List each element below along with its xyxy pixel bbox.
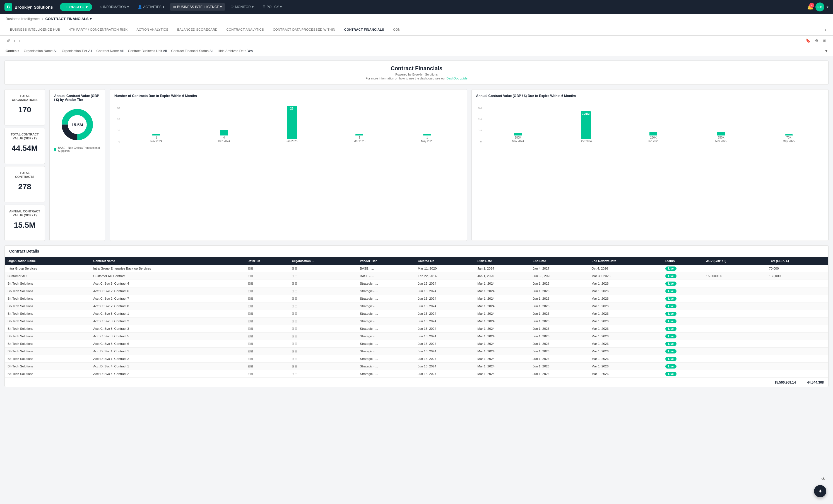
cell-start-date: Mar 1, 2024 (475, 348, 530, 355)
table-row[interactable]: Bit-Tech Solutions Acct C: Svc 2: Contra… (5, 295, 828, 302)
status-badge: Live (665, 297, 676, 301)
table-row[interactable]: Bit-Tech Solutions Acct D: Svc 4: Contra… (5, 370, 828, 378)
back-icon[interactable]: ‹ (13, 37, 17, 44)
tab-balanced-scorecard[interactable]: BALANCED SCORECARD (173, 24, 222, 36)
cell-tcv (766, 340, 828, 348)
table-row[interactable]: Intra-Group Services Intra-Group Enterpr… (5, 265, 828, 272)
cell-org-unit: ⊞⊞ (289, 355, 357, 363)
contract-details-table-section: Contract Details Organisation Name Contr… (4, 245, 829, 387)
col-contract-name: Contract Name (90, 257, 245, 265)
nav-information[interactable]: ⌂ INFORMATION ▾ (97, 3, 132, 10)
breadcrumb-current-label: CONTRACT FINANCIALS (45, 17, 89, 21)
cell-end-date: Jun 1, 2026 (530, 363, 589, 370)
filter-archived[interactable]: Hide Archived Data Yes (218, 49, 253, 53)
cell-tcv (766, 302, 828, 310)
stat-total-contracts-value: 278 (9, 182, 40, 191)
cell-org-unit: ⊞⊞ (289, 340, 357, 348)
tabs-scroll-right[interactable]: › (824, 26, 827, 33)
cell-org-unit: ⊞⊞ (289, 325, 357, 332)
table-row[interactable]: Customer AD Customer AD Contract ⊞⊞ ⊞⊞ B… (5, 272, 828, 280)
col-acv: ACV (GBP / £) (703, 257, 766, 265)
table-row[interactable]: Bit-Tech Solutions Acct C: Svc 3: Contra… (5, 310, 828, 318)
filter-icon[interactable]: ⚙ (814, 37, 819, 44)
cell-created-on: Jun 16, 2024 (415, 370, 475, 378)
filter-financial-status[interactable]: Contract Financial Status All (171, 49, 213, 53)
notifications-button[interactable]: 🔔 4 (807, 4, 813, 10)
status-badge: Live (665, 289, 676, 293)
table-row[interactable]: Bit-Tech Solutions Acct C: Svc 3: Contra… (5, 340, 828, 348)
nav-policy[interactable]: ☰ POLICY ▾ (259, 3, 285, 10)
col-end-date: End Date (530, 257, 589, 265)
nav-business-intelligence[interactable]: ⊞ BUSINESS INTELLIGENCE ▾ (170, 3, 225, 10)
cell-start-date: Mar 1, 2024 (475, 355, 530, 363)
table-row[interactable]: Bit-Tech Solutions Acct C: Svc 2: Contra… (5, 287, 828, 295)
user-avatar[interactable]: ED (815, 2, 824, 11)
top-navigation: B Brooklyn Solutions ＋ CREATE ▾ ⌂ INFORM… (0, 0, 833, 14)
bookmark-icon[interactable]: 🔖 (805, 37, 811, 44)
undo-icon[interactable]: ↺ (6, 37, 11, 44)
cell-vendor-tier: Strategic - ... (357, 302, 415, 310)
monitor-icon: ♡ (231, 5, 234, 9)
cell-status: Live (663, 348, 703, 355)
breadcrumb-parent[interactable]: Business Intelligence (6, 17, 40, 21)
filter-org-tier[interactable]: Organisation Tier All (62, 49, 92, 53)
table-row[interactable]: Bit-Tech Solutions Acct C: Svc 3: Contra… (5, 325, 828, 332)
cell-tcv (766, 310, 828, 318)
table-row[interactable]: Bit-Tech Solutions Acct C: Svc 3: Contra… (5, 332, 828, 340)
table-row[interactable]: Bit-Tech Solutions Acct D: Svc 1: Contra… (5, 348, 828, 355)
table-row[interactable]: Bit-Tech Solutions Acct D: Svc 4: Contra… (5, 363, 828, 370)
create-button[interactable]: ＋ CREATE ▾ (60, 3, 92, 11)
filter-org-name[interactable]: Organisation Name All (24, 49, 57, 53)
table-row[interactable]: Bit-Tech Solutions Acct D: Svc 1: Contra… (5, 355, 828, 363)
tab-contract-data[interactable]: CONTRACT DATA PROCESSED WITHIN (268, 24, 340, 36)
table-row[interactable]: Bit-Tech Solutions Acct C: Svc 3: Contra… (5, 280, 828, 287)
tab-contract-analytics[interactable]: CONTRACT ANALYTICS (222, 24, 268, 36)
create-chevron-icon: ▾ (86, 5, 88, 9)
cell-vendor-tier: Strategic - ... (357, 325, 415, 332)
cell-end-review-date: Mar 1, 2026 (589, 370, 663, 378)
cell-tcv (766, 287, 828, 295)
cell-acv (703, 280, 766, 287)
cell-vendor-tier: Strategic - ... (357, 355, 415, 363)
chevron-down-icon-3: ▾ (220, 5, 222, 9)
bar-chart-2-y-axis: 3M 2M 1M 0 (476, 107, 483, 143)
donut-chart-title: Annual Contract Value (GBP / £) by Vendo… (54, 94, 100, 102)
cell-datahub: ⊞⊞ (245, 348, 289, 355)
tab-4th-party[interactable]: 4TH PARTY / CONCENTRATION RISK (65, 24, 132, 36)
cell-start-date: Mar 1, 2024 (475, 302, 530, 310)
filter-contract-name[interactable]: Contract Name All (96, 49, 123, 53)
brand-logo[interactable]: B Brooklyn Solutions (4, 3, 53, 11)
col-org-unit: Organisation ... (289, 257, 357, 265)
col-datahub: DataHub (245, 257, 289, 265)
cell-org-unit: ⊞⊞ (289, 265, 357, 272)
cell-end-review-date: Mar 1, 2026 (589, 287, 663, 295)
cell-end-date: Jun 1, 2026 (530, 325, 589, 332)
dashdoc-link[interactable]: DashDoc guide (446, 77, 467, 80)
y-label-10: 10 (114, 129, 120, 132)
table-row[interactable]: Bit-Tech Solutions Acct C: Svc 3: Contra… (5, 318, 828, 325)
forward-icon[interactable]: › (18, 37, 22, 44)
nav-activities[interactable]: 👤 ACTIVITIES ▾ (135, 3, 167, 10)
bar2-jan-month: Jan 2025 (648, 140, 659, 143)
dashboard-info: For more information on how to use the d… (9, 77, 824, 80)
tab-contract-financials[interactable]: CONTRACT FINANCIALS (340, 24, 388, 36)
filter-contract-bu[interactable]: Contract Business Unit All (128, 49, 167, 53)
stat-total-org-value: 170 (9, 105, 40, 114)
bar-chart-2-title: Annual Contract Value (GBP / £) Due to E… (476, 94, 824, 98)
cell-org-unit: ⊞⊞ (289, 295, 357, 302)
bar-may-month: May 2025 (421, 140, 433, 143)
cell-datahub: ⊞⊞ (245, 318, 289, 325)
tab-con[interactable]: CON (388, 24, 405, 36)
create-plus-icon: ＋ (64, 4, 68, 9)
cell-end-date: Jun 1, 2026 (530, 302, 589, 310)
tab-bi-hub[interactable]: BUSINESS INTELLIGENCE HUB (6, 24, 65, 36)
bar-mar-month: Mar 2025 (354, 140, 365, 143)
nav-monitor[interactable]: ♡ MONITOR ▾ (228, 3, 257, 10)
stat-acv-label: Annual ContractValue (GBP / £) (9, 209, 40, 218)
table-row[interactable]: Bit-Tech Solutions Acct C: Svc 2: Contra… (5, 302, 828, 310)
breadcrumb-dropdown-icon[interactable]: ▾ (90, 17, 92, 21)
grid-icon[interactable]: ⊞ (822, 37, 827, 44)
expand-controls-button[interactable]: ▾ (825, 48, 827, 53)
tab-action-analytics[interactable]: ACTION ANALYTICS (132, 24, 173, 36)
donut-chart-visual: 15.5M (58, 105, 97, 144)
